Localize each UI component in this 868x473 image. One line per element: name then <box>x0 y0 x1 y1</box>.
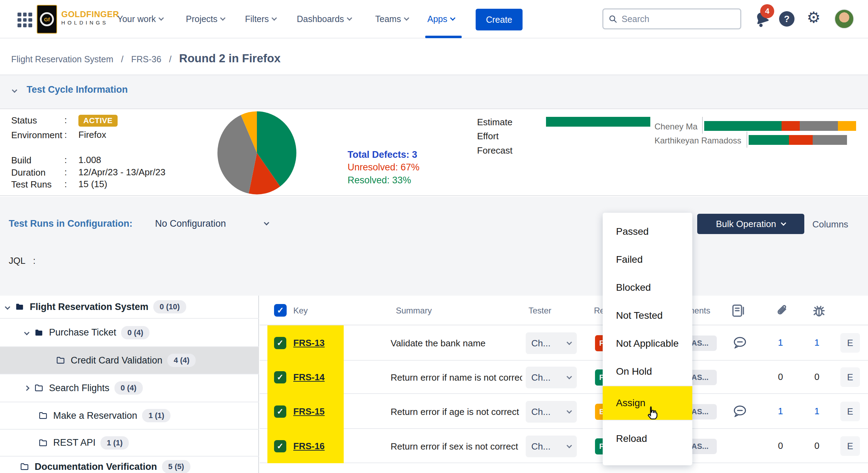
results-pie-chart <box>217 111 297 195</box>
chevron-down-icon <box>272 15 277 21</box>
defects-count[interactable]: 1 <box>806 406 827 417</box>
main-content: Flight Reservation System 0 (10) Purchas… <box>0 296 868 473</box>
nav-teams[interactable]: Teams <box>375 0 408 38</box>
tester-name: Karthikeyan Ramadoss <box>654 136 741 146</box>
test-run-summary: Return error if sex is not correct <box>391 441 522 452</box>
folder-outline-icon <box>38 438 48 447</box>
breadcrumb-project-link[interactable]: Flight Reservation System <box>11 54 113 64</box>
create-button[interactable]: Create <box>476 9 523 30</box>
header-tester[interactable]: Tester <box>528 296 551 325</box>
bulk-operation-button[interactable]: Bulk Operation <box>697 214 804 234</box>
breadcrumb-issue-link[interactable]: FRS-36 <box>131 54 161 64</box>
tester-select[interactable]: Ch... <box>526 332 577 354</box>
table-row[interactable]: ✓ FRS-13 Validate the bank name Ch... FA… <box>260 325 868 361</box>
table-row[interactable]: ✓ FRS-15 Return error if age is not corr… <box>260 394 868 429</box>
comments-column-icon[interactable] <box>731 303 746 318</box>
execute-button[interactable]: E <box>840 402 860 421</box>
comment-bubble-icon[interactable] <box>733 405 747 417</box>
test-run-key-link[interactable]: FRS-14 <box>293 372 325 383</box>
attachments-column-icon[interactable] <box>775 303 790 318</box>
status-field: Status:ACTIVE <box>11 115 118 127</box>
columns-button[interactable]: Columns <box>812 219 848 230</box>
configuration-select[interactable]: No Configuration <box>155 218 268 229</box>
test-run-summary: Return error if name is not correct <box>391 372 522 383</box>
tree-count-badge: 0 (4) <box>114 381 143 395</box>
test-suite-tree: Flight Reservation System 0 (10) Purchas… <box>0 296 259 473</box>
status-badge: ACTIVE <box>78 115 118 127</box>
collapse-chevron-icon[interactable] <box>13 87 16 93</box>
nav-projects[interactable]: Projects <box>186 0 225 38</box>
help-icon[interactable]: ? <box>779 11 794 27</box>
menu-item-blocked[interactable]: Blocked <box>603 274 692 302</box>
execute-button[interactable]: E <box>840 333 860 353</box>
nav-apps[interactable]: Apps <box>427 0 455 38</box>
chevron-down-icon <box>450 15 456 21</box>
cursor-pointer-icon <box>644 404 661 421</box>
row-checkbox[interactable]: ✓ <box>274 440 286 452</box>
tree-item-credit-card-validation[interactable]: Credit Card Validation 4 (4) <box>0 346 259 374</box>
tree-item-search-flights[interactable]: Search Flights 0 (4) <box>0 374 259 402</box>
defects-summary: Total Defects: 3 Unresolved: 67% Resolve… <box>348 148 420 186</box>
environment-field: Environment:Firefox <box>11 129 106 141</box>
cycle-info-title[interactable]: Test Cycle Information <box>27 84 128 95</box>
table-row[interactable]: ✓ FRS-14 Return error if name is not cor… <box>260 361 868 394</box>
chevron-down-icon <box>567 408 572 414</box>
test-runs-table-header: ✓ Key Summary Tester Result Requirements <box>260 296 868 325</box>
search-input[interactable] <box>622 14 723 24</box>
folder-outline-icon <box>38 411 48 420</box>
row-checkbox[interactable]: ✓ <box>274 337 286 349</box>
build-field: Build:1.008 <box>11 155 101 166</box>
menu-item-not-tested[interactable]: Not Tested <box>603 302 692 330</box>
select-all-checkbox[interactable]: ✓ <box>274 304 287 317</box>
cycle-info-header-band: Test Cycle Information <box>0 75 868 108</box>
tree-item-make-a-reservation[interactable]: Make a Reservation 1 (1) <box>0 402 259 429</box>
comment-bubble-icon[interactable] <box>733 337 747 348</box>
execute-button[interactable]: E <box>840 436 860 456</box>
notification-count-badge: 4 <box>760 4 774 18</box>
test-runs-config-title: Test Runs in Configuration: <box>9 218 132 229</box>
company-logo[interactable]: Gf <box>37 5 57 34</box>
tester-select[interactable]: Ch... <box>526 401 577 423</box>
tree-item-purchase-ticket[interactable]: Purchase Ticket 0 (4) <box>0 318 259 346</box>
app-switcher-icon[interactable] <box>18 13 32 27</box>
attachments-count[interactable]: 1 <box>770 406 791 417</box>
header-key[interactable]: Key <box>293 296 308 325</box>
total-defects[interactable]: Total Defects: 3 <box>348 148 420 161</box>
settings-gear-icon[interactable]: ⚙ <box>807 10 820 25</box>
nav-dashboards[interactable]: Dashboards <box>297 0 351 38</box>
menu-item-not-applicable[interactable]: Not Applicable <box>603 330 692 358</box>
row-checkbox[interactable]: ✓ <box>274 371 286 383</box>
tester-select[interactable]: Ch... <box>526 367 577 388</box>
defects-count[interactable]: 1 <box>806 337 827 348</box>
tree-count-badge: 0 (4) <box>121 326 149 339</box>
table-row[interactable]: ✓ FRS-16 Return error if sex is not corr… <box>260 429 868 463</box>
menu-item-reload[interactable]: Reload <box>603 421 692 457</box>
top-navigation-bar: Gf GOLDFINGER HOLDINGS Your work Project… <box>0 0 868 38</box>
chevron-down-icon <box>404 15 409 21</box>
header-summary[interactable]: Summary <box>396 296 432 325</box>
user-avatar[interactable] <box>834 9 854 29</box>
test-run-key-link[interactable]: FRS-16 <box>293 441 325 452</box>
chevron-right-icon <box>24 385 30 391</box>
menu-item-passed[interactable]: Passed <box>603 218 692 246</box>
execute-button[interactable]: E <box>840 367 860 387</box>
defects-column-icon[interactable] <box>811 303 827 319</box>
global-search[interactable] <box>602 8 741 29</box>
tree-count-badge: 1 (1) <box>142 409 170 422</box>
attachments-count[interactable]: 1 <box>770 337 791 348</box>
nav-filters[interactable]: Filters <box>245 0 276 38</box>
nav-your-work[interactable]: Your work <box>117 0 163 38</box>
folder-icon <box>14 302 25 311</box>
tree-item-documentation-verification[interactable]: Documentation Verification 5 (5) <box>0 456 259 473</box>
menu-item-failed[interactable]: Failed <box>603 246 692 274</box>
tree-item-flight-reservation-system[interactable]: Flight Reservation System 0 (10) <box>0 296 259 318</box>
row-checkbox[interactable]: ✓ <box>274 405 286 418</box>
test-run-key-link[interactable]: FRS-13 <box>293 338 325 348</box>
menu-item-on-hold[interactable]: On Hold <box>603 358 692 386</box>
defects-count: 0 <box>806 372 827 382</box>
tree-item-rest-api[interactable]: REST API 1 (1) <box>0 429 259 456</box>
chevron-down-icon <box>567 374 572 379</box>
test-run-summary: Return error if age is not correct <box>391 407 522 417</box>
test-run-key-link[interactable]: FRS-15 <box>293 406 325 417</box>
tester-select[interactable]: Ch... <box>526 436 577 457</box>
